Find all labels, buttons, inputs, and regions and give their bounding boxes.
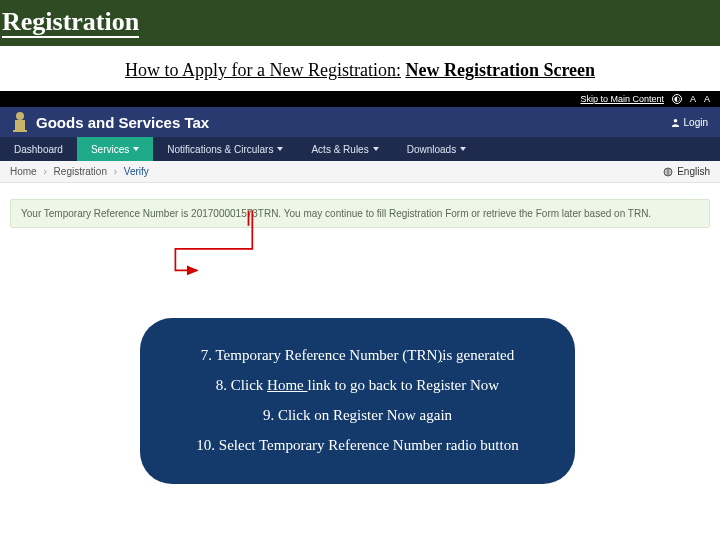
- user-icon: [671, 118, 680, 127]
- svg-point-0: [16, 112, 24, 120]
- menu-downloads-label: Downloads: [407, 144, 456, 155]
- language-selector[interactable]: English: [663, 166, 710, 177]
- menu-services[interactable]: Services: [77, 137, 153, 161]
- crumb-verify: Verify: [124, 166, 149, 177]
- menu-services-label: Services: [91, 144, 129, 155]
- crumb-home[interactable]: Home: [10, 166, 37, 177]
- login-link[interactable]: Login: [671, 117, 708, 128]
- svg-point-3: [673, 118, 677, 122]
- skip-link[interactable]: Skip to Main Content: [580, 94, 664, 104]
- screenshot-region: Skip to Main Content ◐ A A Goods and Ser…: [0, 91, 720, 268]
- breadcrumb: Home › Registration › Verify English: [0, 161, 720, 183]
- chevron-down-icon: [133, 147, 139, 151]
- chevron-right-icon: ›: [43, 166, 46, 177]
- menu-dashboard-label: Dashboard: [14, 144, 63, 155]
- menu-notifications[interactable]: Notifications & Circulars: [153, 137, 297, 161]
- menu-acts[interactable]: Acts & Rules: [297, 137, 392, 161]
- font-decrease[interactable]: A: [704, 94, 710, 104]
- menu-acts-label: Acts & Rules: [311, 144, 368, 155]
- site-title: Goods and Services Tax: [36, 114, 209, 131]
- step-7: 7. Temporary Reference Number (TRN)is ge…: [166, 340, 549, 370]
- subheading-prefix: How to Apply for a New Registration:: [125, 60, 401, 80]
- step-9: 9. Click on Register Now again: [166, 400, 549, 430]
- main-menu: Dashboard Services Notifications & Circu…: [0, 137, 720, 161]
- login-label: Login: [684, 117, 708, 128]
- slide-subheading: How to Apply for a New Registration: New…: [0, 60, 720, 81]
- step-10: 10. Select Temporary Reference Number ra…: [166, 430, 549, 460]
- slide-title: Registration: [2, 8, 139, 39]
- language-label: English: [677, 166, 710, 177]
- trn-alert-text: Your Temporary Reference Number is 20170…: [21, 208, 651, 219]
- slide-title-band: Registration: [0, 0, 720, 46]
- accessibility-strip: Skip to Main Content ◐ A A: [0, 91, 720, 107]
- brand-bar: Goods and Services Tax Login: [0, 107, 720, 137]
- menu-downloads[interactable]: Downloads: [393, 137, 480, 161]
- globe-icon: [663, 167, 673, 177]
- chevron-right-icon: ›: [114, 166, 117, 177]
- menu-dashboard[interactable]: Dashboard: [0, 137, 77, 161]
- svg-rect-1: [15, 120, 25, 130]
- subheading-suffix: New Registration Screen: [405, 60, 595, 80]
- page-content: Your Temporary Reference Number is 20170…: [0, 183, 720, 268]
- chevron-down-icon: [373, 147, 379, 151]
- font-increase[interactable]: A: [690, 94, 696, 104]
- contrast-icon[interactable]: ◐: [672, 94, 682, 104]
- step-8: 8. Click Home link to go back to Registe…: [166, 370, 549, 400]
- emblem-icon: [12, 111, 28, 133]
- chevron-down-icon: [460, 147, 466, 151]
- instruction-callout: 7. Temporary Reference Number (TRN)is ge…: [140, 318, 575, 484]
- crumb-registration[interactable]: Registration: [54, 166, 107, 177]
- trn-alert: Your Temporary Reference Number is 20170…: [10, 199, 710, 228]
- chevron-down-icon: [277, 147, 283, 151]
- svg-rect-2: [13, 130, 27, 132]
- menu-notifications-label: Notifications & Circulars: [167, 144, 273, 155]
